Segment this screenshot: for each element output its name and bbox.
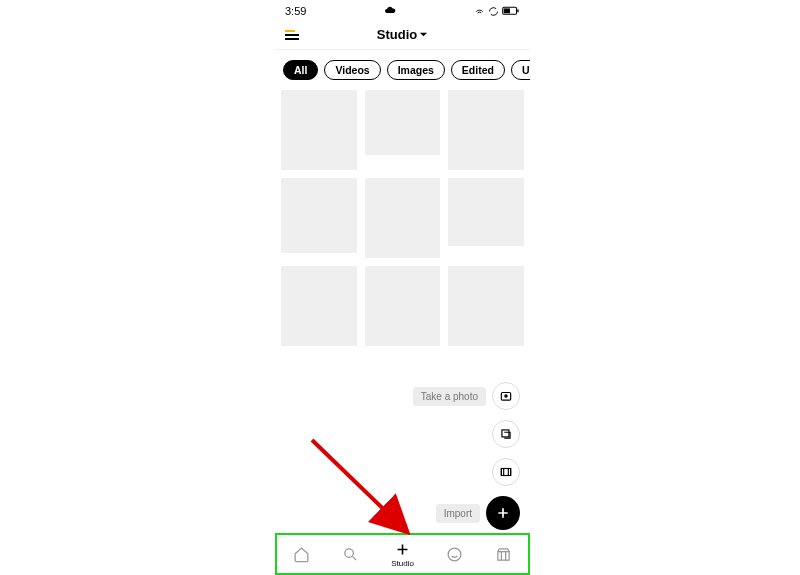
wifi-icon [474, 6, 485, 17]
page-title-dropdown[interactable]: Studio [377, 27, 428, 42]
svg-rect-2 [517, 9, 518, 12]
status-bar: 3:59 [275, 0, 530, 20]
svg-rect-5 [502, 430, 509, 437]
media-thumb[interactable] [448, 90, 524, 170]
filter-videos[interactable]: Videos [324, 60, 380, 80]
filter-row: AllVideosImagesEditedUneditedP [275, 50, 530, 90]
nav-face[interactable] [446, 546, 463, 563]
media-thumb[interactable] [281, 178, 357, 253]
layers-button[interactable] [492, 420, 520, 448]
filter-images[interactable]: Images [387, 60, 445, 80]
svg-point-8 [448, 548, 461, 561]
filter-all[interactable]: All [283, 60, 318, 80]
camera-icon [499, 389, 513, 403]
media-thumb[interactable] [365, 90, 441, 155]
nav-search[interactable] [342, 546, 359, 563]
nav-studio[interactable]: Studio [391, 541, 414, 568]
video-button[interactable] [492, 458, 520, 486]
take-photo-label: Take a photo [413, 387, 486, 406]
import-fab[interactable] [486, 496, 520, 530]
svg-point-4 [505, 395, 507, 397]
cloud-icon [384, 4, 396, 18]
chevron-down-icon [419, 30, 428, 39]
nav-home[interactable] [293, 546, 310, 563]
film-icon [499, 465, 513, 479]
media-thumb[interactable] [281, 266, 357, 346]
media-thumb[interactable] [448, 266, 524, 346]
svg-point-7 [345, 548, 354, 557]
menu-icon[interactable] [285, 30, 299, 40]
plus-icon [495, 505, 511, 521]
media-thumb[interactable] [365, 178, 441, 258]
smile-icon [446, 546, 463, 563]
media-grid [275, 90, 530, 346]
camera-button[interactable] [492, 382, 520, 410]
nav-store[interactable] [495, 546, 512, 563]
search-icon [342, 546, 359, 563]
filter-edited[interactable]: Edited [451, 60, 505, 80]
svg-rect-9 [498, 551, 509, 560]
media-thumb[interactable] [281, 90, 357, 170]
nav-studio-label: Studio [391, 559, 414, 568]
home-icon [293, 546, 310, 563]
svg-rect-6 [501, 469, 510, 476]
store-icon [495, 546, 512, 563]
import-label: Import [436, 504, 480, 523]
phone-frame: 3:59 Studio AllVideosImagesEditedUnedite… [275, 0, 530, 575]
layers-icon [499, 427, 513, 441]
filter-unedited[interactable]: Unedited [511, 60, 530, 80]
svg-rect-1 [504, 8, 510, 13]
rotate-icon [488, 6, 499, 17]
battery-icon [502, 6, 520, 17]
status-time: 3:59 [285, 5, 306, 17]
media-thumb[interactable] [365, 266, 441, 346]
plus-icon [394, 541, 411, 558]
fab-column: Take a photo Import [413, 382, 520, 530]
media-thumb[interactable] [448, 178, 524, 246]
bottom-nav: Studio [275, 533, 530, 575]
top-bar: Studio [275, 20, 530, 50]
